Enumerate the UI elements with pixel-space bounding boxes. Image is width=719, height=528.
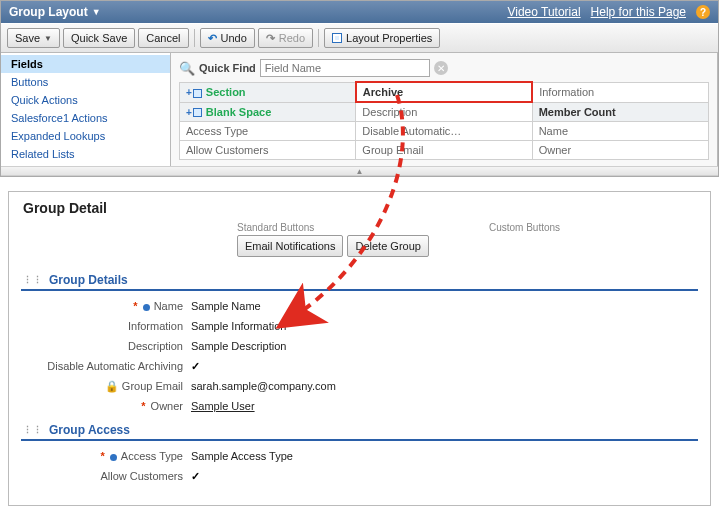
palette-field[interactable]: +Blank Space bbox=[180, 102, 356, 122]
layout-canvas: Group Detail Standard Buttons Email Noti… bbox=[8, 191, 711, 506]
field-label: * Access Type bbox=[21, 450, 191, 462]
layout-properties-button[interactable]: Layout Properties bbox=[324, 28, 440, 48]
field-row[interactable]: InformationSample Information bbox=[21, 317, 698, 335]
field-label: * Name bbox=[21, 300, 191, 312]
undo-button[interactable]: ↶Undo bbox=[200, 28, 255, 48]
field-value: Sample Name bbox=[191, 300, 261, 312]
cancel-button[interactable]: Cancel bbox=[138, 28, 188, 48]
field-label: Description bbox=[21, 340, 191, 352]
quick-save-button[interactable]: Quick Save bbox=[63, 28, 135, 48]
field-row[interactable]: Allow Customers bbox=[21, 467, 698, 485]
field-label: Information bbox=[21, 320, 191, 332]
check-icon bbox=[191, 470, 200, 482]
clear-icon[interactable]: ✕ bbox=[434, 61, 448, 75]
lock-icon: 🔒 bbox=[105, 380, 119, 392]
field-row[interactable]: DescriptionSample Description bbox=[21, 337, 698, 355]
search-icon: 🔍 bbox=[179, 61, 195, 76]
blue-dot-icon bbox=[110, 454, 117, 461]
palette-field[interactable]: Member Count bbox=[532, 102, 708, 122]
sidebar-item-fields[interactable]: Fields bbox=[1, 55, 170, 73]
layout-properties-icon bbox=[332, 33, 342, 43]
field-value bbox=[191, 470, 200, 483]
section-header[interactable]: ⋮⋮Group Access bbox=[21, 421, 698, 441]
sidebar-item-related-lists[interactable]: Related Lists bbox=[1, 145, 170, 163]
field-label: * Owner bbox=[21, 400, 191, 412]
field-value bbox=[191, 360, 200, 373]
blue-dot-icon bbox=[143, 304, 150, 311]
undo-icon: ↶ bbox=[208, 32, 217, 45]
separator bbox=[194, 29, 195, 47]
help-icon[interactable]: ? bbox=[696, 5, 710, 19]
caret-down-icon: ▼ bbox=[44, 34, 52, 43]
field-row[interactable]: Disable Automatic Archiving bbox=[21, 357, 698, 375]
palette-field[interactable]: Description bbox=[356, 102, 532, 122]
palette-field[interactable]: +Section bbox=[180, 82, 356, 102]
quick-find-input[interactable] bbox=[260, 59, 430, 77]
save-button[interactable]: Save▼ bbox=[7, 28, 60, 48]
field-label: 🔒Group Email bbox=[21, 380, 191, 393]
drag-handle-icon[interactable]: ⋮⋮ bbox=[23, 425, 43, 435]
palette-field[interactable]: Access Type bbox=[180, 122, 356, 141]
video-tutorial-link[interactable]: Video Tutorial bbox=[507, 5, 580, 19]
component-type-list: FieldsButtonsQuick ActionsSalesforce1 Ac… bbox=[1, 53, 171, 166]
standard-buttons-label: Standard Buttons bbox=[237, 222, 429, 233]
delete-group-button[interactable]: Delete Group bbox=[347, 235, 428, 257]
canvas-title: Group Detail bbox=[23, 200, 698, 216]
sidebar-item-buttons[interactable]: Buttons bbox=[1, 73, 170, 91]
sidebar-item-expanded-lookups[interactable]: Expanded Lookups bbox=[1, 127, 170, 145]
palette-field[interactable]: Allow Customers bbox=[180, 141, 356, 160]
section-header[interactable]: ⋮⋮Group Details bbox=[21, 271, 698, 291]
field-value: sarah.sample@company.com bbox=[191, 380, 336, 392]
separator bbox=[318, 29, 319, 47]
field-palette: 🔍 Quick Find ✕ +SectionArchiveInformatio… bbox=[171, 53, 718, 166]
page-title[interactable]: Group Layout▼ bbox=[9, 5, 101, 19]
palette-field[interactable]: Archive bbox=[356, 82, 532, 102]
help-link[interactable]: Help for this Page bbox=[591, 5, 686, 19]
field-value: Sample User bbox=[191, 400, 255, 412]
sidebar-item-quick-actions[interactable]: Quick Actions bbox=[1, 91, 170, 109]
caret-down-icon: ▼ bbox=[92, 7, 101, 17]
redo-icon: ↷ bbox=[266, 32, 275, 45]
field-value: Sample Information bbox=[191, 320, 286, 332]
palette-field[interactable]: Owner bbox=[532, 141, 708, 160]
field-row[interactable]: * OwnerSample User bbox=[21, 397, 698, 415]
field-value: Sample Description bbox=[191, 340, 286, 352]
field-label: Allow Customers bbox=[21, 470, 191, 482]
field-row[interactable]: * NameSample Name bbox=[21, 297, 698, 315]
custom-buttons-label: Custom Buttons bbox=[489, 222, 560, 233]
field-label: Disable Automatic Archiving bbox=[21, 360, 191, 372]
field-row[interactable]: 🔒Group Emailsarah.sample@company.com bbox=[21, 377, 698, 395]
check-icon bbox=[191, 360, 200, 372]
sidebar-item-salesforce1-actions[interactable]: Salesforce1 Actions bbox=[1, 109, 170, 127]
palette-field[interactable]: Name bbox=[532, 122, 708, 141]
palette-field[interactable]: Information bbox=[532, 82, 708, 102]
quick-find-label: Quick Find bbox=[199, 62, 256, 74]
palette-field[interactable]: Group Email bbox=[356, 141, 532, 160]
field-row[interactable]: * Access TypeSample Access Type bbox=[21, 447, 698, 465]
drag-handle-icon[interactable]: ⋮⋮ bbox=[23, 275, 43, 285]
collapse-handle[interactable]: ▲ bbox=[1, 166, 718, 176]
palette-field[interactable]: Disable Automatic… bbox=[356, 122, 532, 141]
email-notifications-button[interactable]: Email Notifications bbox=[237, 235, 343, 257]
redo-button[interactable]: ↷Redo bbox=[258, 28, 313, 48]
toolbar: Save▼ Quick Save Cancel ↶Undo ↷Redo Layo… bbox=[1, 23, 718, 53]
field-value: Sample Access Type bbox=[191, 450, 293, 462]
